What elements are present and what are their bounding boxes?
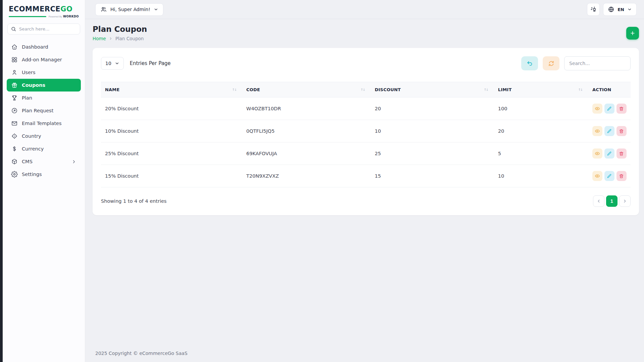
sidebar-item-country[interactable]: Country <box>7 130 81 142</box>
pagination-prev-button[interactable] <box>593 195 604 207</box>
table-search-input[interactable] <box>564 56 631 70</box>
entries-per-page-label: Entries Per Page <box>130 60 171 66</box>
coupon-discount: 20 <box>371 98 494 120</box>
sidebar-item-coupons[interactable]: Coupons <box>7 79 81 92</box>
pagination-page-1[interactable]: 1 <box>606 195 618 207</box>
powered-by-brand: WORKDO <box>63 15 79 18</box>
sort-icon[interactable]: ↑↓ <box>232 88 238 92</box>
pencil-icon <box>607 129 612 134</box>
eye-icon <box>595 128 600 134</box>
app-root: ECOMMERCEGO Powered By WORKDO Dashboard … <box>0 0 644 362</box>
view-button[interactable] <box>592 104 602 114</box>
users-group-icon <box>100 6 107 13</box>
coupon-code: W4OZBT10DR <box>242 98 371 120</box>
table-row: 10% Discount 0QTFLI5JQ5 10 20 <box>101 120 631 142</box>
sidebar-item-dashboard[interactable]: Dashboard <box>7 41 81 53</box>
sidebar: ECOMMERCEGO Powered By WORKDO Dashboard … <box>3 0 85 362</box>
sidebar-search-input[interactable] <box>7 23 80 35</box>
sidebar-item-settings[interactable]: Settings <box>7 168 81 181</box>
edit-button[interactable] <box>604 126 614 136</box>
sort-icon[interactable]: ↑↓ <box>361 88 367 92</box>
sidebar-item-users[interactable]: Users <box>7 66 81 79</box>
broom-icon <box>590 6 597 13</box>
sidebar-menu: Dashboard Add-on Manager Users Coupons P… <box>7 41 81 181</box>
language-selector[interactable]: EN <box>603 3 637 16</box>
main-area: Hi, Super Admin! EN Plan Coupon <box>85 0 644 362</box>
user-icon <box>11 69 18 76</box>
trash-icon <box>619 129 624 134</box>
view-button[interactable] <box>592 126 602 136</box>
view-button[interactable] <box>592 171 602 181</box>
grid-icon <box>11 56 18 63</box>
table-search <box>564 56 631 70</box>
sidebar-item-cms[interactable]: CMS <box>7 155 81 168</box>
delete-button[interactable] <box>616 148 627 159</box>
powered-by-text: Powered By WORKDO <box>49 15 79 18</box>
entries-summary: Showing 1 to 4 of 4 entries <box>101 198 167 204</box>
view-button[interactable] <box>592 148 602 159</box>
delete-button[interactable] <box>616 171 627 181</box>
plus-icon <box>630 30 636 36</box>
sidebar-item-label: Currency <box>22 146 44 152</box>
coupon-discount: 15 <box>371 165 494 187</box>
coupons-table: NAME↑↓ CODE↑↓ DISCOUNT↑↓ LIMIT↑↓ ACTION … <box>101 82 631 187</box>
column-header-discount[interactable]: DISCOUNT↑↓ <box>371 82 494 98</box>
column-header-limit[interactable]: LIMIT↑↓ <box>494 82 588 98</box>
coupon-discount: 25 <box>371 142 494 165</box>
sidebar-item-label: Email Templates <box>22 121 62 126</box>
sort-icon[interactable]: ↑↓ <box>578 88 584 92</box>
breadcrumb-current: Plan Coupon <box>115 36 144 41</box>
edit-button[interactable] <box>604 104 614 114</box>
refresh-button[interactable] <box>543 56 559 70</box>
sidebar-item-plan[interactable]: Plan <box>7 92 81 104</box>
sidebar-item-addon-manager[interactable]: Add-on Manager <box>7 53 81 66</box>
column-header-action: ACTION <box>588 82 631 98</box>
column-header-name[interactable]: NAME↑↓ <box>101 82 242 98</box>
pagination: 1 <box>593 195 631 207</box>
coupon-name: 15% Discount <box>101 165 242 187</box>
pencil-icon <box>607 174 612 179</box>
trash-icon <box>619 106 624 111</box>
brand-logo[interactable]: ECOMMERCEGO Powered By WORKDO <box>9 5 79 18</box>
entries-per-page-select[interactable]: 10 <box>101 57 124 70</box>
pagination-next-button[interactable] <box>619 195 631 207</box>
pencil-icon <box>607 151 612 156</box>
sidebar-item-plan-request[interactable]: Plan Request <box>7 104 81 117</box>
page-content: Plan Coupon Home Plan Coupon <box>85 19 644 345</box>
add-coupon-button[interactable] <box>626 27 639 40</box>
chevron-down-icon <box>154 7 158 12</box>
page-title: Plan Coupon <box>93 25 147 34</box>
sidebar-item-label: Plan <box>22 95 32 101</box>
breadcrumb-home-link[interactable]: Home <box>93 36 106 41</box>
edit-button[interactable] <box>604 171 614 181</box>
sidebar-item-email-templates[interactable]: Email Templates <box>7 117 81 130</box>
globe-icon <box>608 6 614 13</box>
delete-button[interactable] <box>616 104 627 114</box>
trash-icon <box>619 151 624 156</box>
refresh-icon <box>548 60 554 67</box>
column-header-code[interactable]: CODE↑↓ <box>242 82 371 98</box>
sidebar-item-label: Settings <box>22 172 42 177</box>
eye-icon <box>595 106 600 111</box>
left-edge-strip <box>0 0 3 362</box>
edit-button[interactable] <box>604 148 614 159</box>
gift-icon <box>11 82 18 88</box>
brand-logo-text: ECOMMERCEGO <box>9 5 79 13</box>
user-menu-button[interactable]: Hi, Super Admin! <box>95 3 163 16</box>
sidebar-item-currency[interactable]: Currency <box>7 142 81 155</box>
sidebar-item-label: Country <box>22 133 41 139</box>
package-icon <box>11 158 18 165</box>
coupon-limit: 20 <box>494 120 588 142</box>
table-row: 20% Discount W4OZBT10DR 20 100 <box>101 98 631 120</box>
sidebar-item-label: Coupons <box>22 82 45 88</box>
sort-icon[interactable]: ↑↓ <box>484 88 490 92</box>
clear-cache-button[interactable] <box>587 3 600 16</box>
undo-button[interactable] <box>521 56 538 70</box>
table-row: 25% Discount 69KAFOVUJA 25 5 <box>101 142 631 165</box>
home-icon <box>11 44 18 50</box>
sidebar-item-label: Users <box>22 70 36 75</box>
sidebar-item-label: Plan Request <box>22 108 53 113</box>
entries-per-page-value: 10 <box>105 61 111 66</box>
undo-icon <box>527 60 533 67</box>
delete-button[interactable] <box>616 126 627 136</box>
